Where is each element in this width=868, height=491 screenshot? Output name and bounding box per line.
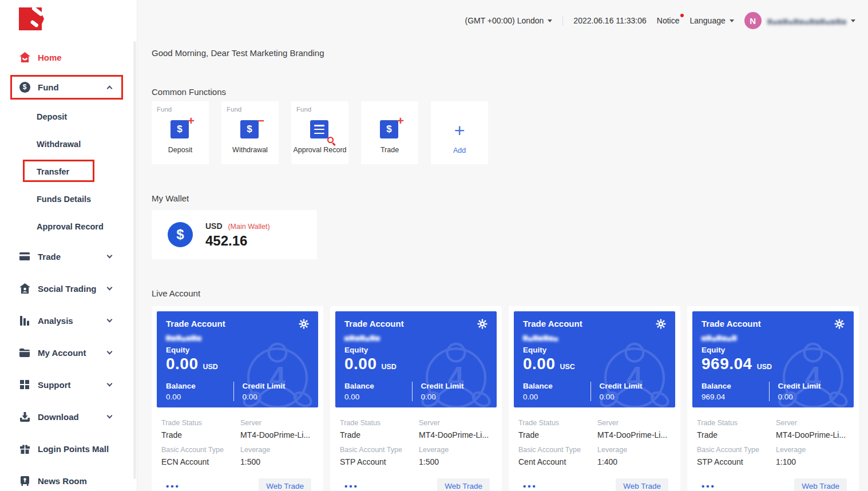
common-function-withdrawal[interactable]: Fund $ − Withdrawal — [221, 101, 279, 164]
avatar: N — [744, 12, 762, 29]
leverage-value: 1:500 — [419, 457, 449, 466]
fund-deposit-icon: $ + — [171, 120, 190, 140]
language-selector[interactable]: Language — [689, 16, 734, 25]
add-icon: + — [454, 122, 465, 139]
more-actions-button[interactable]: ••• — [344, 481, 359, 491]
gift-icon — [19, 444, 30, 454]
server-value: MT4-DooPrime-Li... — [240, 430, 310, 439]
live-account-row: 4 Trade Account ▆▅▆▄▅▆▅ Equity 0.00 USD … — [152, 306, 868, 491]
trade-icon — [19, 252, 30, 260]
common-function-add[interactable]: + Add — [431, 101, 488, 164]
sidebar-item-news-room[interactable]: News Room — [0, 465, 137, 491]
divider — [590, 382, 591, 401]
web-trade-button[interactable]: Web Trade — [437, 478, 490, 491]
wallet-type: (Main Wallet) — [228, 223, 269, 231]
sidebar-item-support[interactable]: Support — [0, 369, 137, 401]
sidebar-nav: Home $ Fund Deposit Withdrawal Transfer … — [0, 43, 137, 491]
balance-value: 969.04 — [701, 393, 769, 401]
gear-icon[interactable] — [477, 319, 487, 331]
sidebar-item-social-trading[interactable]: Social Trading — [0, 272, 137, 304]
wallet-card[interactable]: $ USD (Main Wallet) 452.16 — [152, 210, 317, 259]
equity-value: 0.00 — [344, 355, 377, 373]
sidebar-item-home[interactable]: Home — [0, 43, 137, 71]
notice-button[interactable]: Notice — [657, 16, 680, 25]
chevron-down-icon — [107, 413, 113, 418]
more-actions-button[interactable]: ••• — [166, 481, 180, 491]
social-trading-icon — [19, 283, 30, 294]
common-function-approval-record[interactable]: Fund Approval Record — [291, 101, 348, 164]
news-room-icon — [19, 476, 30, 486]
sidebar-item-label: Login Points Mall — [38, 444, 109, 454]
sidebar-item-funds-details[interactable]: Funds Details — [0, 185, 137, 213]
home-icon — [19, 52, 30, 62]
credit-limit-value: 0.00 — [778, 393, 845, 401]
equity-currency: USC — [560, 363, 575, 371]
wallet-currency: USD — [205, 221, 223, 231]
credit-limit-value: 0.00 — [421, 393, 488, 401]
more-actions-button[interactable]: ••• — [523, 481, 537, 491]
credit-limit-value: 0.00 — [599, 393, 667, 401]
folder-icon — [19, 349, 30, 357]
web-trade-button[interactable]: Web Trade — [616, 478, 668, 491]
gear-icon[interactable] — [299, 319, 309, 331]
equity-currency: USD — [757, 363, 772, 371]
datetime-display: 2022.06.16 11:33:06 — [573, 16, 646, 25]
sidebar-item-label: Analysis — [38, 316, 73, 326]
trade-status-value: Trade — [518, 430, 597, 439]
sidebar-item-label: My Account — [38, 348, 86, 358]
balance-value: 0.00 — [166, 393, 233, 401]
web-trade-button[interactable]: Web Trade — [259, 478, 311, 491]
sidebar-item-login-points-mall[interactable]: Login Points Mall — [0, 433, 137, 465]
trade-status-value: Trade — [697, 430, 776, 439]
server-value: MT4-DooPrime-Li... — [597, 430, 667, 439]
greeting-text: Good Morning, Dear Test Marketing Brandi… — [152, 48, 868, 58]
divider — [769, 382, 770, 401]
sidebar-item-my-account[interactable]: My Account — [0, 336, 137, 369]
sidebar-item-trade[interactable]: Trade — [0, 240, 137, 272]
common-function-trade[interactable]: $ + Trade — [361, 101, 418, 164]
doo-prime-logo-icon[interactable] — [19, 7, 44, 33]
account-type-value: ECN Account — [161, 457, 240, 466]
sidebar-item-analysis[interactable]: Analysis — [0, 304, 137, 336]
trade-deposit-icon: $ + — [380, 120, 399, 140]
account-number-blurred: ▅▆▄▆▅▄▆ — [701, 334, 845, 340]
sidebar-item-withdrawal[interactable]: Withdrawal — [0, 130, 137, 158]
account-type-value: STP Account — [697, 457, 776, 466]
balance-value: 0.00 — [523, 393, 590, 401]
notice-badge-dot — [680, 14, 684, 17]
leverage-value: 1:500 — [240, 457, 270, 466]
grid-icon — [19, 380, 30, 389]
chevron-up-icon — [107, 85, 113, 91]
section-title-common-functions: Common Functions — [152, 87, 868, 97]
sidebar-item-label: Fund — [38, 82, 59, 92]
account-type-value: STP Account — [340, 457, 419, 466]
server-value: MT4-DooPrime-Li... — [776, 430, 846, 439]
sidebar-item-fund[interactable]: $ Fund — [0, 71, 137, 103]
user-menu[interactable]: N ▆▄▅▆▄▆▅▄▆▅▆▄▅▆▅ — [744, 12, 855, 29]
sidebar-item-deposit[interactable]: Deposit — [0, 103, 137, 130]
sidebar-item-approval-record[interactable]: Approval Record — [0, 213, 137, 240]
magnifier-icon — [327, 137, 334, 143]
gear-icon[interactable] — [656, 319, 666, 331]
chevron-down-icon — [107, 284, 113, 290]
sidebar-item-label: Social Trading — [38, 284, 97, 294]
leverage-value: 1:400 — [597, 457, 627, 466]
common-function-deposit[interactable]: Fund $ + Deposit — [152, 101, 209, 164]
trade-account-title: Trade Account — [344, 319, 404, 328]
web-trade-button[interactable]: Web Trade — [794, 478, 847, 491]
timezone-selector[interactable]: (GMT +00:00) London — [465, 16, 552, 25]
gear-icon[interactable] — [834, 319, 845, 331]
equity-value: 0.00 — [166, 355, 199, 373]
chevron-down-icon — [730, 19, 734, 22]
equity-value: 0.00 — [523, 355, 556, 373]
sidebar-item-download[interactable]: Download — [0, 401, 137, 433]
wallet-balance: 452.16 — [205, 233, 270, 249]
divider — [233, 382, 234, 401]
more-actions-button[interactable]: ••• — [701, 481, 716, 491]
approval-record-icon — [310, 120, 330, 140]
trade-account-card: 4 Trade Account ▅▆▄▆▅▄▆ Equity 969.04 US… — [687, 306, 859, 491]
sidebar-item-transfer[interactable]: Transfer — [0, 158, 137, 185]
credit-limit-value: 0.00 — [242, 393, 310, 401]
divider — [412, 382, 413, 401]
sidebar-item-label: Home — [38, 53, 62, 62]
